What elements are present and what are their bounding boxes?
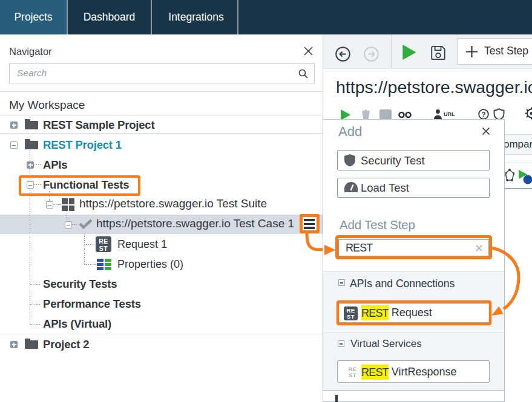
svg-text:?: ?: [482, 111, 486, 118]
